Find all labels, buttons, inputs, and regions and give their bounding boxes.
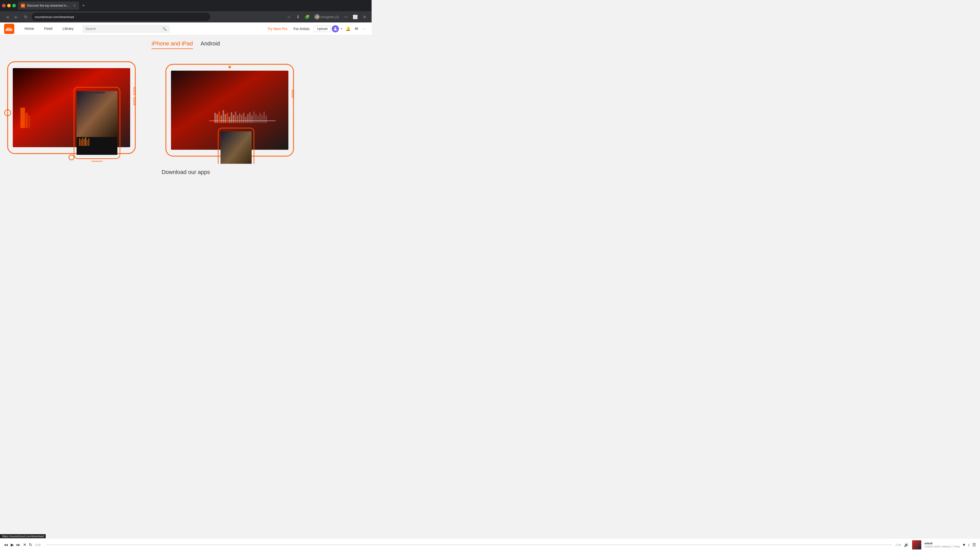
for-artists-button[interactable]: For Artists [290,27,313,31]
svg-rect-45 [229,117,230,123]
svg-rect-27 [84,139,85,146]
svg-rect-62 [263,111,265,123]
close-window-button[interactable]: ✕ [360,13,369,21]
window-close-button[interactable] [2,4,6,7]
svg-rect-66 [292,90,294,97]
svg-rect-55 [249,112,251,123]
svg-rect-28 [85,137,86,146]
messages-button[interactable]: ✉ [353,26,360,31]
bookmark-icon: ☆ [287,14,291,19]
svg-rect-50 [239,113,240,123]
tab-close-button[interactable]: × [73,3,76,8]
tab-title: Discover the top streamed mus... [27,4,71,7]
svg-rect-13 [21,108,25,128]
refresh-button[interactable]: ↻ [21,13,30,21]
svg-rect-38 [215,113,216,123]
svg-rect-2 [7,27,8,31]
download-apps-text: Download our apps [162,169,210,176]
search-bar[interactable]: 🔍 [83,25,169,33]
svg-rect-69 [221,131,251,164]
svg-rect-52 [243,113,245,123]
right-ipad-group [166,64,294,164]
page-content: Home Feed Library 🔍 Try Next Pro For Art… [0,22,372,195]
svg-point-65 [228,66,231,68]
svg-rect-7 [11,28,11,31]
left-ipad-group [5,62,135,162]
svg-rect-0 [6,29,6,31]
extensions-button[interactable]: 🧩 [303,13,311,21]
active-tab[interactable]: SC Discover the top streamed mus... × [18,2,79,10]
svg-rect-19 [134,97,135,105]
svg-rect-44 [227,113,228,123]
svg-rect-31 [91,161,103,162]
download-manager-button[interactable]: ⬇ [294,13,302,21]
tab-iphone-ipad[interactable]: iPhone and iPad [151,40,192,49]
svg-rect-48 [235,111,236,123]
user-avatar[interactable] [332,25,339,32]
svg-rect-29 [87,140,88,146]
device-tabs: iPhone and iPad Android [151,40,220,49]
svg-rect-43 [224,114,226,123]
svg-rect-4 [9,27,9,31]
more-options-button[interactable]: ··· [361,26,368,32]
back-button[interactable]: ◀ [3,13,11,21]
forward-icon: ▶ [15,14,18,19]
nav-home[interactable]: Home [19,22,39,35]
tab-favicon: SC [21,3,25,8]
svg-rect-57 [253,111,255,123]
notifications-button[interactable]: 🔔 [344,26,352,31]
search-icon: 🔍 [162,27,167,31]
svg-rect-42 [223,110,224,123]
svg-rect-26 [82,138,83,146]
svg-rect-5 [10,28,10,31]
window-minimize-button[interactable] [7,4,11,7]
svg-rect-1 [6,28,7,31]
logo-mark [4,24,14,34]
url-text: soundcloud.com/download [35,15,207,19]
tab-android[interactable]: Android [200,40,220,49]
avatar-dropdown-icon[interactable]: ▼ [340,27,343,30]
svg-point-9 [334,27,336,29]
svg-rect-53 [245,117,247,123]
forward-button[interactable]: ▶ [12,13,21,21]
svg-rect-58 [255,114,257,123]
svg-rect-25 [81,140,82,146]
svg-rect-63 [266,115,267,123]
soundcloud-logo[interactable] [4,24,14,34]
restore-window-button[interactable]: ⬜ [351,13,360,21]
back-icon: ◀ [6,14,9,19]
nav-feed[interactable]: Feed [39,22,57,35]
try-next-pro-button[interactable]: Try Next Pro [266,27,290,31]
bookmark-button[interactable]: ☆ [285,13,293,21]
svg-rect-54 [247,114,248,123]
svg-rect-18 [134,87,135,95]
new-tab-button[interactable]: + [80,2,87,10]
device-illustration [0,57,372,164]
svg-rect-24 [79,138,80,146]
svg-rect-60 [259,113,261,123]
svg-rect-59 [257,116,259,123]
main-navigation: Home Feed Library [19,22,79,35]
address-bar[interactable]: soundcloud.com/download [32,13,210,21]
svg-rect-46 [231,112,232,123]
svg-rect-32 [89,92,105,94]
search-input[interactable] [86,27,160,30]
svg-rect-51 [241,115,242,123]
window-maximize-button[interactable] [12,4,16,7]
upload-button[interactable]: Upload [313,25,331,32]
svg-rect-56 [251,115,253,123]
extensions-icon: 🧩 [305,14,310,19]
minimize-window-button[interactable]: — [342,13,350,21]
nav-library[interactable]: Library [57,22,79,35]
window-controls [2,4,16,7]
incognito-button[interactable]: 🕵 Incognito (2) [312,13,341,21]
svg-rect-6 [10,29,11,31]
svg-rect-39 [216,114,218,123]
svg-rect-61 [261,115,263,123]
svg-rect-14 [25,113,27,128]
tab-bar: SC Discover the top streamed mus... × + [18,2,369,10]
address-bar-row: ◀ ▶ ↻ soundcloud.com/download ☆ ⬇ 🧩 🕵 In… [0,11,372,22]
svg-rect-30 [88,138,89,146]
browser-titlebar: SC Discover the top streamed mus... × + [0,0,372,11]
svg-rect-22 [76,91,118,137]
